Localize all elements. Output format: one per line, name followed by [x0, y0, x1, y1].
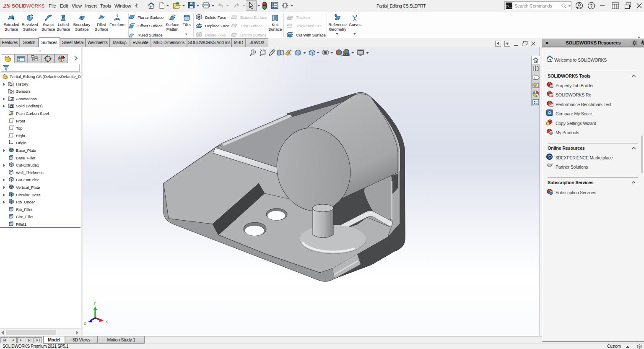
svg-text:2S: 2S: [3, 3, 10, 9]
svg-text:WORKS: WORKS: [26, 3, 45, 8]
svg-text:z: z: [84, 321, 86, 326]
svg-text:x: x: [106, 319, 108, 324]
svg-text:SOLID: SOLID: [12, 3, 26, 8]
svg-text:?: ?: [590, 3, 592, 8]
svg-text:y: y: [94, 300, 96, 305]
svg-text:Rx: Rx: [550, 94, 553, 97]
